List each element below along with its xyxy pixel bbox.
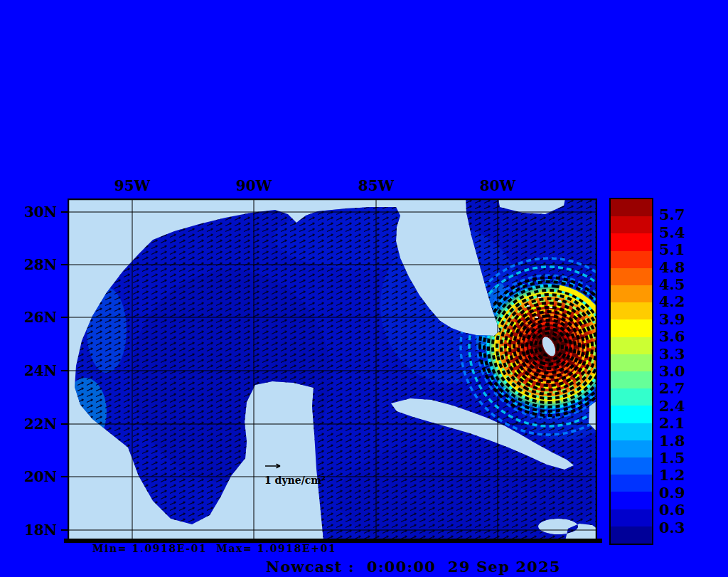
y-tick-mark (61, 423, 68, 425)
colorbar-tick-label: 1.2 (659, 466, 685, 484)
x-tick-label: 95W (114, 177, 150, 194)
colorbar-segment (611, 216, 652, 233)
colorbar-tick-label: 3.6 (659, 327, 685, 345)
plot-area: 1 dyne/cm² (68, 198, 597, 541)
colorbar-tick-label: 4.2 (659, 292, 685, 310)
colorbar-segment (611, 423, 652, 440)
colorbar-segment (611, 302, 652, 319)
x-tick-label: 90W (236, 177, 272, 194)
y-tick-mark (61, 476, 68, 477)
nowcast-title: Nowcast : 0:00:00 29 Sep 2025 (266, 558, 561, 576)
colorbar-segment (611, 319, 652, 337)
y-tick-label: 22N (17, 415, 57, 433)
colorbar-tick-label: 0.3 (659, 519, 685, 536)
map-svg: 1 dyne/cm² (68, 198, 597, 541)
y-tick-mark (61, 529, 68, 531)
colorbar-segment (611, 526, 652, 544)
colorbar-tick-label: 1.5 (659, 449, 685, 467)
y-tick-mark (61, 317, 68, 318)
colorbar-tick-label: 0.9 (659, 484, 685, 502)
colorbar-segment (611, 199, 652, 216)
colorbar-segment (611, 233, 652, 250)
colorbar-segment (611, 337, 652, 354)
colorbar-tick-label: 3.9 (659, 310, 685, 328)
colorbar-tick-label: 3.0 (659, 362, 685, 380)
y-tick-label: 24N (17, 362, 57, 379)
colorbar-tick-label: 4.8 (659, 258, 685, 276)
colorbar-segment (611, 251, 652, 268)
colorbar-segment (611, 509, 652, 526)
colorbar-tick-label: 5.1 (659, 240, 685, 258)
colorbar-tick-label: 5.7 (659, 206, 685, 223)
y-tick-mark (61, 211, 68, 213)
reference-vector-arrow (265, 464, 280, 468)
colorbar-segment (611, 354, 652, 371)
colorbar-tick-label: 4.5 (659, 275, 685, 293)
colorbar-tick-label: 2.1 (659, 414, 685, 432)
colorbar-tick-label: 3.3 (659, 345, 685, 363)
colorbar-segment (611, 406, 652, 423)
colorbar-segment (611, 285, 652, 302)
colorbar (609, 198, 653, 545)
colorbar-tick-label: 2.7 (659, 379, 685, 397)
colorbar-segment (611, 440, 652, 457)
y-tick-label: 30N (17, 203, 57, 221)
colorbar-segment (611, 492, 652, 509)
y-tick-mark (61, 264, 68, 265)
y-tick-mark (61, 370, 68, 371)
colorbar-tick-label: 2.4 (659, 397, 685, 415)
colorbar-segment (611, 371, 652, 388)
colorbar-tick-label: 0.6 (659, 501, 685, 519)
figure-canvas: 95W90W85W80W 30N28N26N24N22N20N18N (0, 0, 728, 577)
colorbar-segment (611, 388, 652, 406)
y-tick-label: 20N (17, 468, 57, 485)
colorbar-tick-label: 5.4 (659, 223, 685, 241)
colorbar-tick-label: 1.8 (659, 432, 685, 450)
x-tick-label: 80W (480, 177, 515, 194)
colorbar-segment (611, 268, 652, 285)
reference-vector-label: 1 dyne/cm² (264, 475, 326, 486)
colorbar-segment (611, 475, 652, 492)
min-max-stats: Min= 1.0918E-01 Max= 1.0918E+01 (92, 543, 336, 554)
y-tick-label: 26N (17, 309, 57, 326)
colorbar-segment (611, 457, 652, 475)
y-tick-label: 18N (17, 522, 57, 539)
x-tick-label: 85W (358, 177, 394, 194)
y-tick-label: 28N (17, 256, 57, 273)
